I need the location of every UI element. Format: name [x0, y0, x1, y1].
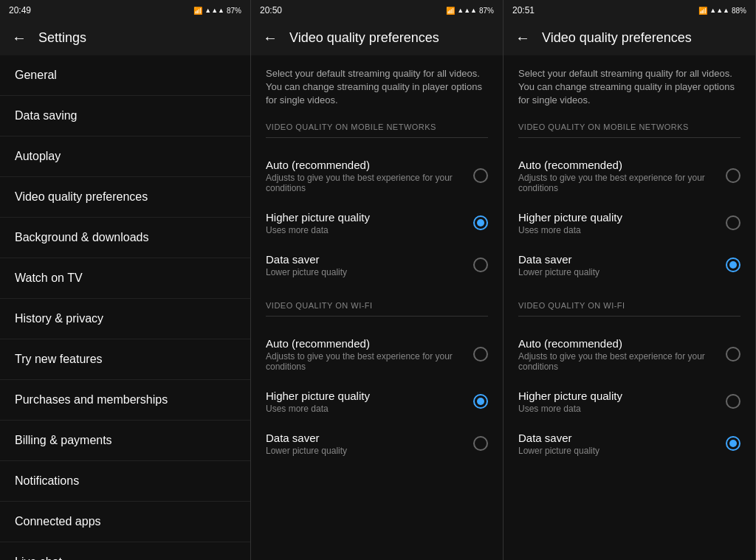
status-icons-middle: 📶 ▲▲▲ 87% — [446, 7, 494, 15]
battery-middle: 87% — [479, 7, 494, 15]
section-divider-middle-1 — [266, 316, 488, 317]
option-subtitle-right-s1-o0: Adjusts to give you the best experience … — [518, 351, 717, 372]
settings-title: Settings — [38, 30, 86, 46]
option-right-s0-o2[interactable]: Data saverLower picture quality — [518, 244, 740, 286]
radio-right-s0-o1[interactable] — [726, 215, 740, 230]
sidebar-item-history-&-privacy[interactable]: History & privacy — [0, 299, 250, 339]
radio-middle-s1-o2[interactable] — [473, 436, 488, 451]
option-title-right-s0-o0: Auto (recommended) — [518, 159, 717, 171]
vq-header-right: ← Video quality preferences — [504, 21, 755, 55]
option-title-middle-s0-o0: Auto (recommended) — [266, 159, 464, 171]
section-label-middle-1: VIDEO QUALITY ON WI-FI — [266, 301, 488, 310]
section-label-right-1: VIDEO QUALITY ON WI-FI — [518, 301, 740, 310]
option-subtitle-right-s0-o1: Uses more data — [518, 225, 717, 235]
sidebar-item-purchases-and-memberships[interactable]: Purchases and memberships — [0, 380, 250, 421]
radio-right-s1-o2[interactable] — [726, 436, 740, 451]
vq-description-right: Select your default streaming quality fo… — [518, 67, 740, 108]
radio-middle-s0-o2[interactable] — [473, 257, 488, 272]
option-middle-s1-o1[interactable]: Higher picture qualityUses more data — [266, 381, 488, 423]
sidebar-item-notifications[interactable]: Notifications — [0, 461, 250, 502]
vq-panel-right: 20:51 📶 ▲▲▲ 88% ← Video quality preferen… — [504, 0, 756, 560]
option-right-s0-o0[interactable]: Auto (recommended)Adjusts to give you th… — [518, 150, 740, 202]
option-title-right-s0-o1: Higher picture quality — [518, 211, 717, 224]
sidebar-item-autoplay[interactable]: Autoplay — [0, 136, 250, 177]
sidebar-item-general[interactable]: General — [0, 55, 250, 96]
vq-title-middle: Video quality preferences — [289, 30, 439, 46]
vq-content-right: Select your default streaming quality fo… — [504, 55, 755, 560]
sidebar-item-live-chat[interactable]: Live chat — [0, 542, 250, 560]
section-divider-middle-0 — [266, 137, 488, 138]
vq-description-middle: Select your default streaming quality fo… — [266, 67, 488, 108]
status-icons-left: 📶 ▲▲▲ 87% — [193, 7, 241, 15]
battery-right: 88% — [732, 7, 746, 15]
radio-middle-s0-o0[interactable] — [473, 168, 488, 183]
radio-right-s1-o1[interactable] — [726, 394, 740, 409]
settings-list: GeneralData savingAutoplayVideo quality … — [0, 55, 250, 560]
option-right-s1-o2[interactable]: Data saverLower picture quality — [518, 423, 740, 465]
option-subtitle-middle-s1-o0: Adjusts to give you the best experience … — [266, 351, 464, 372]
option-right-s1-o0[interactable]: Auto (recommended)Adjusts to give you th… — [518, 328, 740, 381]
sidebar-item-try-new-features[interactable]: Try new features — [0, 339, 250, 380]
radio-middle-s0-o1[interactable] — [473, 215, 488, 230]
signal-icon-r: ▲▲▲ — [709, 7, 729, 14]
option-title-middle-s0-o2: Data saver — [266, 253, 464, 266]
sidebar-item-connected-apps[interactable]: Connected apps — [0, 502, 250, 542]
radio-right-s0-o0[interactable] — [726, 168, 740, 183]
status-bar-left: 20:49 📶 ▲▲▲ 87% — [0, 0, 250, 21]
radio-right-s1-o0[interactable] — [726, 347, 740, 362]
sidebar-item-billing-&-payments[interactable]: Billing & payments — [0, 421, 250, 461]
option-middle-s0-o2[interactable]: Data saverLower picture quality — [266, 244, 488, 286]
option-title-right-s1-o1: Higher picture quality — [518, 390, 717, 402]
sidebar-item-background-&-downloads[interactable]: Background & downloads — [0, 218, 250, 258]
wifi-icon: 📶 — [193, 7, 202, 15]
section-label-middle-0: VIDEO QUALITY ON MOBILE NETWORKS — [266, 122, 488, 131]
option-title-middle-s1-o1: Higher picture quality — [266, 390, 464, 402]
sidebar-item-data-saving[interactable]: Data saving — [0, 96, 250, 136]
option-subtitle-middle-s1-o1: Uses more data — [266, 404, 464, 414]
option-title-right-s1-o2: Data saver — [518, 432, 717, 444]
radio-middle-s1-o1[interactable] — [473, 394, 488, 409]
option-subtitle-right-s0-o2: Lower picture quality — [518, 267, 717, 277]
option-title-right-s0-o2: Data saver — [518, 253, 717, 266]
option-middle-s0-o0[interactable]: Auto (recommended)Adjusts to give you th… — [266, 150, 488, 202]
wifi-icon-m: 📶 — [446, 7, 455, 15]
battery-left: 87% — [227, 7, 241, 15]
option-title-middle-s1-o2: Data saver — [266, 432, 464, 444]
option-subtitle-right-s1-o1: Uses more data — [518, 404, 717, 414]
back-button-right[interactable]: ← — [515, 30, 530, 46]
option-title-right-s1-o0: Auto (recommended) — [518, 337, 717, 350]
vq-title-right: Video quality preferences — [542, 30, 692, 46]
settings-header: ← Settings — [0, 21, 250, 55]
section-divider-right-0 — [518, 137, 740, 138]
section-label-right-0: VIDEO QUALITY ON MOBILE NETWORKS — [518, 122, 740, 131]
back-button-middle[interactable]: ← — [263, 30, 278, 46]
vq-sections-right: VIDEO QUALITY ON MOBILE NETWORKSAuto (re… — [518, 122, 740, 465]
section-divider-right-1 — [518, 316, 740, 317]
option-middle-s1-o0[interactable]: Auto (recommended)Adjusts to give you th… — [266, 328, 488, 381]
sidebar-item-video-quality-preferences[interactable]: Video quality preferences — [0, 177, 250, 218]
option-title-middle-s0-o1: Higher picture quality — [266, 211, 464, 224]
option-middle-s0-o1[interactable]: Higher picture qualityUses more data — [266, 202, 488, 244]
status-bar-right: 20:51 📶 ▲▲▲ 88% — [504, 0, 755, 21]
vq-panel-middle: 20:50 📶 ▲▲▲ 87% ← Video quality preferen… — [251, 0, 504, 560]
option-middle-s1-o2[interactable]: Data saverLower picture quality — [266, 423, 488, 465]
time-left: 20:49 — [9, 5, 31, 15]
option-subtitle-middle-s1-o2: Lower picture quality — [266, 446, 464, 456]
signal-icon-m: ▲▲▲ — [457, 7, 477, 14]
status-bar-middle: 20:50 📶 ▲▲▲ 87% — [251, 0, 503, 21]
radio-middle-s1-o0[interactable] — [473, 347, 488, 362]
option-subtitle-middle-s0-o0: Adjusts to give you the best experience … — [266, 173, 464, 193]
option-right-s1-o1[interactable]: Higher picture qualityUses more data — [518, 381, 740, 423]
signal-icon: ▲▲▲ — [205, 7, 224, 14]
option-title-middle-s1-o0: Auto (recommended) — [266, 337, 464, 350]
sidebar-item-watch-on-tv[interactable]: Watch on TV — [0, 258, 250, 299]
vq-header-middle: ← Video quality preferences — [251, 21, 503, 55]
vq-sections-middle: VIDEO QUALITY ON MOBILE NETWORKSAuto (re… — [266, 122, 488, 465]
radio-right-s0-o2[interactable] — [726, 257, 740, 272]
option-right-s0-o1[interactable]: Higher picture qualityUses more data — [518, 202, 740, 244]
spacer-middle-0 — [266, 286, 488, 298]
back-button-left[interactable]: ← — [12, 30, 27, 46]
option-subtitle-middle-s0-o1: Uses more data — [266, 225, 464, 235]
settings-panel: 20:49 📶 ▲▲▲ 87% ← Settings GeneralData s… — [0, 0, 251, 560]
option-subtitle-middle-s0-o2: Lower picture quality — [266, 267, 464, 277]
